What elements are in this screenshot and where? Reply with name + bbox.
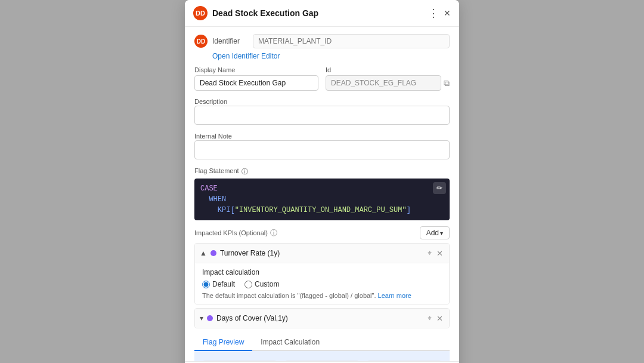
internal-note-label: Internal Note (194, 133, 232, 140)
description-section: Description (194, 97, 450, 127)
code-editor: CASE WHEN KPI["INVENTORY_QUANTITY_ON_HAN… (194, 179, 450, 220)
copy-icon[interactable]: ⧉ (444, 78, 450, 88)
description-input[interactable] (194, 106, 450, 125)
code-line-3: KPI["INVENTORY_QUANTITY_ON_HAND_MARC_PU_… (200, 205, 444, 216)
identifier-label: Identifier (212, 37, 248, 45)
flag-statement-section: Flag Statement ⓘ CASE WHEN KPI["INVENTOR… (194, 167, 450, 220)
internal-note-section: Internal Note (194, 131, 450, 161)
id-row: ⧉ (326, 75, 450, 91)
kpi-2-pin-btn[interactable]: ⌖ (426, 312, 433, 324)
preview-card-3: Impact -41% (366, 361, 442, 361)
identifier-avatar: DD (194, 35, 208, 48)
kpi-1-actions: ⌖ ✕ (426, 247, 444, 259)
id-group: Id ⧉ (326, 66, 450, 91)
modal-body: DD Identifier Open Identifier Editor Dis… (185, 27, 459, 361)
kpi-item-2: ▾ Days of Cover (Val,1y) ⌖ ✕ (194, 308, 450, 328)
kpi-1-expanded: Impact calculation Default Custom (195, 263, 449, 304)
description-label: Description (194, 98, 227, 105)
impacted-kpis-section: Impacted KPIs (Optional) ⓘ Add ▾ ▲ Turno… (194, 226, 450, 328)
edit-code-button[interactable]: ✏ (433, 182, 446, 194)
impact-calc-desc: The default impact calculation is "(flag… (202, 292, 442, 299)
preview-section: Turnover Rate (1y) (... 0.9 Turnover Rat… (194, 351, 450, 361)
radio-custom[interactable]: Custom (244, 280, 279, 288)
kpi-1-pin-btn[interactable]: ⌖ (426, 247, 433, 259)
radio-group: Default Custom (202, 280, 442, 288)
impact-calc-label: Impact calculation (202, 268, 442, 276)
kpi-2-name: Days of Cover (Val,1y) (216, 314, 423, 322)
preview-cards: Turnover Rate (1y) (... 0.9 Turnover Rat… (202, 361, 442, 361)
identifier-row: DD Identifier (194, 34, 450, 48)
tabs-row: Flag Preview Impact Calculation (194, 334, 450, 351)
kpi-item-1: ▲ Turnover Rate (1y) ⌖ ✕ Impact calculat… (194, 243, 450, 304)
add-kpi-button[interactable]: Add ▾ (420, 226, 450, 239)
kpi-item-1-header: ▲ Turnover Rate (1y) ⌖ ✕ (195, 244, 449, 263)
preview-card-1: Turnover Rate (1y) (... 0.9 (202, 361, 278, 361)
id-label: Id (326, 66, 450, 73)
more-icon[interactable]: ⋮ (428, 7, 439, 20)
preview-card-2: Turnover Rate (1y) (fi... 0.5 (284, 361, 360, 361)
open-identifier-link[interactable]: Open Identifier Editor (212, 52, 450, 60)
kpi-1-remove-btn[interactable]: ✕ (435, 248, 444, 259)
display-name-group: Display Name (194, 66, 318, 91)
flag-statement-label: Flag Statement (194, 167, 239, 174)
tab-impact-calculation[interactable]: Impact Calculation (252, 334, 328, 351)
kpi-1-collapse-btn[interactable]: ▲ (200, 249, 207, 257)
code-line-1: CASE (200, 183, 444, 194)
modal-title: Dead Stock Execution Gap (212, 8, 428, 18)
kpi-2-expand-btn[interactable]: ▾ (200, 314, 203, 322)
modal-header-actions: ⋮ ✕ (428, 7, 451, 20)
tab-flag-preview[interactable]: Flag Preview (194, 334, 252, 351)
kpi-2-remove-btn[interactable]: ✕ (435, 313, 444, 324)
form-display-id-row: Display Name Id ⧉ (194, 66, 450, 91)
modal: DD Dead Stock Execution Gap ⋮ ✕ DD Ident… (185, 0, 459, 363)
kpi-2-actions: ⌖ ✕ (426, 312, 444, 324)
kpi-1-dot (210, 250, 216, 256)
impacted-kpis-header: Impacted KPIs (Optional) ⓘ Add ▾ (194, 226, 450, 239)
modal-header: DD Dead Stock Execution Gap ⋮ ✕ (185, 0, 459, 27)
impacted-kpis-info-icon[interactable]: ⓘ (270, 228, 277, 238)
flag-info-icon[interactable]: ⓘ (242, 167, 248, 176)
code-line-2: WHEN (200, 194, 444, 205)
identifier-input[interactable] (253, 34, 450, 48)
impacted-kpis-label: Impacted KPIs (Optional) ⓘ (194, 228, 277, 238)
modal-overlay: DD Dead Stock Execution Gap ⋮ ✕ DD Ident… (0, 0, 644, 363)
modal-header-icon: DD (193, 6, 208, 20)
learn-more-link[interactable]: Learn more (378, 292, 411, 299)
kpi-item-2-header: ▾ Days of Cover (Val,1y) ⌖ ✕ (195, 309, 449, 328)
display-name-input[interactable] (194, 75, 318, 91)
kpi-1-name: Turnover Rate (1y) (220, 249, 423, 257)
radio-default[interactable]: Default (202, 280, 235, 288)
flag-statement-header: Flag Statement ⓘ (194, 167, 450, 176)
display-name-label: Display Name (194, 66, 318, 73)
internal-note-input[interactable] (194, 140, 450, 159)
id-input (326, 75, 441, 91)
close-icon[interactable]: ✕ (444, 8, 451, 18)
kpi-2-dot (207, 315, 213, 321)
